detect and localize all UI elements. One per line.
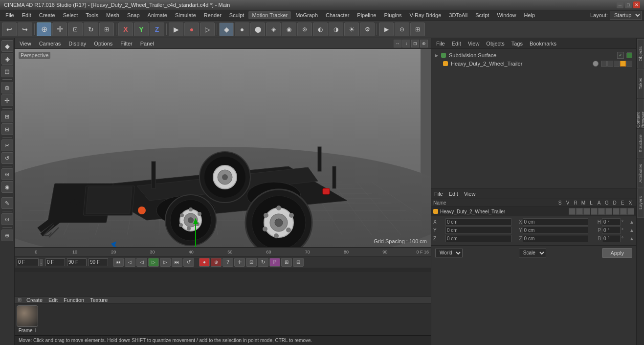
attr-ctrl-1[interactable] [569, 208, 576, 215]
obj-material-tag[interactable] [620, 61, 626, 67]
maximize-button[interactable]: □ [625, 1, 632, 8]
mat-menu-create[interactable]: Create [26, 297, 43, 303]
attr-menu-edit[interactable]: Edit [449, 191, 458, 197]
move-key-button[interactable]: ✛ [234, 258, 245, 267]
menu-help[interactable]: Help [521, 11, 539, 19]
key-options-button[interactable]: ? [222, 258, 233, 267]
obj-menu-edit[interactable]: Edit [450, 40, 463, 47]
play-button[interactable]: ▷ [148, 258, 159, 267]
menu-plugins[interactable]: Plugins [380, 11, 405, 19]
goto-end-button[interactable]: ⏭ [172, 258, 182, 267]
obj-menu-bookmarks[interactable]: Bookmarks [528, 40, 558, 47]
menu-edit[interactable]: Edit [19, 11, 35, 19]
attr-ctrl-3[interactable] [583, 208, 590, 215]
z-axis-button[interactable]: Z [150, 23, 164, 36]
coord-b-input[interactable] [602, 235, 621, 242]
end-frame-input-2[interactable] [89, 258, 108, 266]
loop-button[interactable]: ↺ [183, 258, 194, 267]
record-button[interactable]: ● [184, 23, 199, 36]
p-arrow[interactable]: ▲ [629, 228, 634, 233]
menu-mesh[interactable]: Mesh [103, 11, 123, 19]
record-key-button[interactable]: ● [199, 258, 210, 267]
obj-tag-1[interactable] [601, 61, 607, 67]
viewport-icon-4[interactable]: ⊕ [420, 40, 428, 47]
obj-render-check[interactable] [626, 52, 632, 58]
menu-create[interactable]: Create [36, 11, 59, 19]
rotate-key-button[interactable]: ↻ [258, 258, 268, 267]
left-tool-5[interactable]: ✛ [1, 94, 13, 106]
3d-viewport[interactable]: X Y Z Perspective Grid Spacing : 100 cm [15, 49, 431, 247]
sidebar-tab-content[interactable]: Content Browser [637, 99, 644, 128]
coord-mode-select[interactable]: World [435, 249, 463, 257]
free-transform-button[interactable]: ⊞ [99, 23, 114, 36]
coord-z-pos-input[interactable] [445, 235, 511, 242]
playback-button[interactable]: ▷ [200, 23, 215, 36]
menu-pipeline[interactable]: Pipeline [354, 11, 379, 19]
left-tool-3[interactable]: ⊡ [1, 66, 13, 77]
attr-ctrl-6[interactable] [605, 208, 612, 215]
attr-ctrl-9[interactable] [627, 208, 634, 215]
apply-button[interactable]: Apply [602, 248, 632, 258]
coord-p-input[interactable] [602, 227, 621, 234]
menu-animate[interactable]: Animate [144, 11, 171, 19]
sidebar-tab-layers[interactable]: Layers [637, 188, 644, 218]
coord-x-right-input[interactable] [523, 218, 589, 226]
coord-h-input[interactable] [602, 218, 621, 226]
scale-key-button[interactable]: ⊡ [246, 258, 257, 267]
object-shape-button[interactable]: ◈ [266, 23, 281, 36]
layout-select[interactable]: Startup [610, 11, 642, 20]
menu-sculpt[interactable]: Sculpt [226, 11, 248, 19]
attr-ctrl-2[interactable] [576, 208, 583, 215]
left-tool-6[interactable]: ⊞ [1, 111, 13, 122]
y-axis-button[interactable]: Y [134, 23, 149, 36]
menu-select[interactable]: Select [60, 11, 82, 19]
attr-ctrl-7[interactable] [613, 208, 620, 215]
obj-tag-5[interactable] [626, 61, 632, 67]
obj-menu-tags[interactable]: Tags [510, 40, 525, 47]
left-tool-layers[interactable]: ⊕ [1, 230, 13, 241]
parameter-button[interactable]: P [269, 258, 280, 267]
left-tool-4[interactable]: ⊕ [1, 82, 13, 93]
timeline-view-button[interactable]: ⊟ [293, 258, 304, 267]
menu-character[interactable]: Character [322, 11, 353, 19]
rotate-tool-button[interactable]: ↻ [84, 23, 98, 36]
left-tool-7[interactable]: ⊟ [1, 123, 13, 135]
coord-y-pos-input[interactable] [445, 227, 511, 234]
x-axis-button[interactable]: X [118, 23, 133, 36]
frame-stepper[interactable]: ⋮ [40, 259, 43, 266]
coord-x-pos-input[interactable] [445, 218, 511, 226]
fill-button[interactable]: ◐ [313, 23, 328, 36]
close-button[interactable]: ✕ [633, 1, 640, 8]
mat-menu-function[interactable]: Function [64, 297, 84, 303]
object-row-trailer[interactable]: Heavy_Duty_2_Wheel_Trailer [433, 60, 634, 68]
attr-menu-file[interactable]: File [434, 191, 443, 197]
minimize-button[interactable]: ─ [617, 1, 623, 8]
sidebar-tab-takes[interactable]: Takes [637, 69, 644, 98]
attr-menu-view[interactable]: View [464, 191, 476, 197]
obj-tag-3[interactable] [614, 61, 620, 67]
menu-3dtoall[interactable]: 3DToAll [445, 11, 471, 19]
menu-script[interactable]: Script [472, 11, 492, 19]
menu-tools[interactable]: Tools [82, 11, 102, 19]
material-button[interactable]: ◑ [329, 23, 343, 36]
render-button[interactable]: ⚙ [360, 23, 375, 36]
left-tool-8[interactable]: ✂ [1, 139, 13, 151]
menu-file[interactable]: File [2, 11, 18, 19]
viewport-icon-2[interactable]: ↕ [402, 40, 410, 47]
render-settings-button[interactable]: ⊞ [410, 23, 425, 36]
path-button[interactable]: ⊛ [297, 23, 312, 36]
pointer-tool-button[interactable]: ⊕ [37, 23, 51, 36]
viewport-menu-cameras[interactable]: Cameras [37, 40, 63, 47]
viewport-menu-view[interactable]: View [18, 40, 33, 47]
keyframe-button[interactable]: ▶ [169, 23, 183, 36]
left-tool-10[interactable]: ⊛ [1, 168, 13, 180]
scale-mode-select[interactable]: Scale [519, 249, 546, 257]
light-button[interactable]: ☀ [344, 23, 359, 36]
object-cube-button[interactable]: ◆ [219, 23, 234, 36]
menu-window[interactable]: Window [493, 11, 519, 19]
current-frame-input[interactable] [17, 258, 39, 266]
motion-button[interactable]: ⊞ [281, 258, 292, 267]
object-cylinder-button[interactable]: ⬤ [250, 23, 265, 36]
menu-simulate[interactable]: Simulate [172, 11, 200, 19]
coord-z-right-input[interactable] [523, 235, 589, 242]
